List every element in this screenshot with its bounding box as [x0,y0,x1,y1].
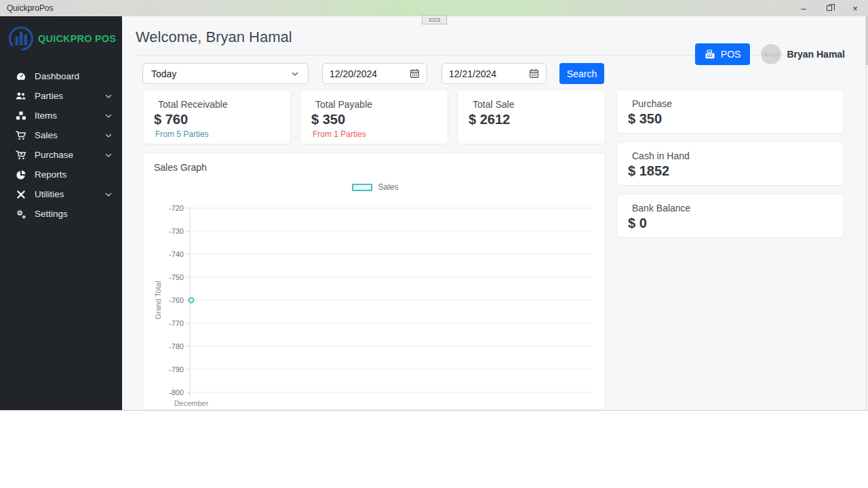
dashboard-icon [15,71,26,82]
cart-icon [15,130,26,141]
chevron-down-icon [104,92,113,100]
date-to-value: 12/21/2024 [449,68,496,79]
brand-name: QUICKPRO POS [38,33,116,44]
sidebar-item-label: Sales [35,130,58,140]
stat-label: Total Payable [311,99,437,110]
gears-icon [15,209,26,220]
sales-graph-card: Sales Graph Sales -720-730-740-750-760-7… [142,152,606,410]
legend-label: Sales [378,182,398,192]
stat-label: Purchase [628,98,833,109]
sidebar-item-label: Parties [35,91,63,101]
stat-value: $ 760 [154,112,279,127]
calendar-icon[interactable] [529,68,539,79]
date-from-input[interactable]: 12/20/2024 [322,63,427,84]
svg-text:December: December [174,399,209,407]
sidebar-item-label: Settings [35,209,68,219]
sales-chart-svg: -720-730-740-750-760-770-780-790-800Dece… [153,193,597,410]
chevron-down-icon [104,151,113,159]
chart-title: Sales Graph [153,162,598,173]
sidebar-item-label: Dashboard [35,71,79,81]
sidebar-item-utilities[interactable]: Utilities [0,184,122,204]
vertical-scrollbar[interactable] [865,16,868,410]
pos-button[interactable]: POS [695,43,751,65]
desktop-background [0,411,868,488]
close-button[interactable]: × [842,0,868,16]
stat-label: Bank Balance [628,203,833,214]
chevron-down-icon [290,69,300,79]
calendar-icon[interactable] [410,68,420,79]
svg-text:-750: -750 [169,273,184,281]
date-to-input[interactable]: 12/21/2024 [441,63,547,84]
date-from-value: 12/20/2024 [330,68,377,79]
sidebar-item-purchase[interactable]: Purchase [0,145,122,165]
svg-text:-800: -800 [169,388,184,396]
date-range-select[interactable]: Today [142,63,309,84]
floating-scroll-handle[interactable] [429,18,440,22]
sidebar-item-label: Items [35,110,57,121]
card-cash-in-hand: Cash in Hand $ 1852 [616,142,844,186]
stat-label: Total Receivable [154,99,279,110]
sidebar-item-parties[interactable]: Parties [0,86,122,106]
search-button[interactable]: Search [559,63,604,84]
stat-cards-row: Total Receivable $ 760 From 5 Parties To… [142,89,606,144]
avatar[interactable]: 30 x 30 [761,44,781,64]
date-range-selected: Today [151,68,176,79]
stat-value: $ 2612 [469,112,594,127]
card-total-receivable: Total Receivable $ 760 From 5 Parties [142,89,291,144]
brand-logo: QUICKPRO POS [0,16,122,61]
user-name[interactable]: Bryan Hamal [787,49,845,60]
sidebar-item-label: Utilities [35,189,64,199]
chart-legend[interactable]: Sales [153,182,598,192]
pie-chart-icon [15,169,26,180]
chevron-down-icon [104,112,113,120]
svg-text:-770: -770 [169,319,184,327]
svg-text:-720: -720 [169,204,184,212]
window-controls: – × [791,0,868,16]
stat-note: From 5 Parties [154,129,279,139]
sidebar-item-label: Purchase [35,150,73,160]
stat-value: $ 1852 [628,163,833,179]
sidebar-nav: Dashboard Parties Items [0,61,122,224]
titlebar: QuickproPos – × [0,0,868,16]
app-window: QUICKPRO POS Dashboard Parties [0,16,868,411]
side-cards-column: Purchase $ 350 Cash in Hand $ 1852 Bank … [616,89,844,410]
restore-button[interactable] [816,0,842,16]
sidebar-item-label: Reports [35,169,66,180]
cart-plus-icon [15,150,26,161]
sidebar-item-dashboard[interactable]: Dashboard [0,66,122,86]
users-icon [15,91,26,102]
sidebar-item-settings[interactable]: Settings [0,204,122,224]
svg-text:Grand Total: Grand Total [154,281,162,320]
stat-note: From 1 Parties [311,129,437,139]
cubes-icon [15,110,26,121]
minimize-button[interactable]: – [791,0,816,16]
brand-logo-icon [5,23,37,54]
floating-scroll-widget[interactable] [422,15,447,24]
avatar-placeholder-text: 30 x 30 [764,52,779,57]
pos-button-label: POS [721,49,741,60]
tools-icon [15,189,26,200]
main-content: Welcome, Bryan Hamal POS 30 x 30 Bryan H… [122,16,868,410]
chevron-down-icon [104,131,113,140]
legend-swatch [352,184,372,191]
stat-value: $ 350 [628,111,833,127]
cash-register-icon [705,49,715,60]
svg-text:-760: -760 [169,296,184,304]
card-total-sale: Total Sale $ 2612 [457,89,606,144]
card-purchase: Purchase $ 350 [616,89,844,134]
sidebar: QUICKPRO POS Dashboard Parties [0,16,122,410]
card-bank-balance: Bank Balance $ 0 [616,194,844,238]
stat-value: $ 0 [628,216,833,231]
restore-icon [827,5,832,11]
stat-value: $ 350 [311,112,437,127]
sidebar-item-reports[interactable]: Reports [0,165,122,184]
sidebar-item-items[interactable]: Items [0,106,122,125]
stat-label: Cash in Hand [628,150,833,161]
stat-label: Total Sale [469,99,594,110]
svg-text:-780: -780 [169,342,184,350]
window-title: QuickproPos [0,3,54,13]
chevron-down-icon [104,190,113,199]
svg-text:-740: -740 [169,250,184,258]
header-actions: POS 30 x 30 Bryan Hamal [695,43,845,65]
sidebar-item-sales[interactable]: Sales [0,125,122,145]
